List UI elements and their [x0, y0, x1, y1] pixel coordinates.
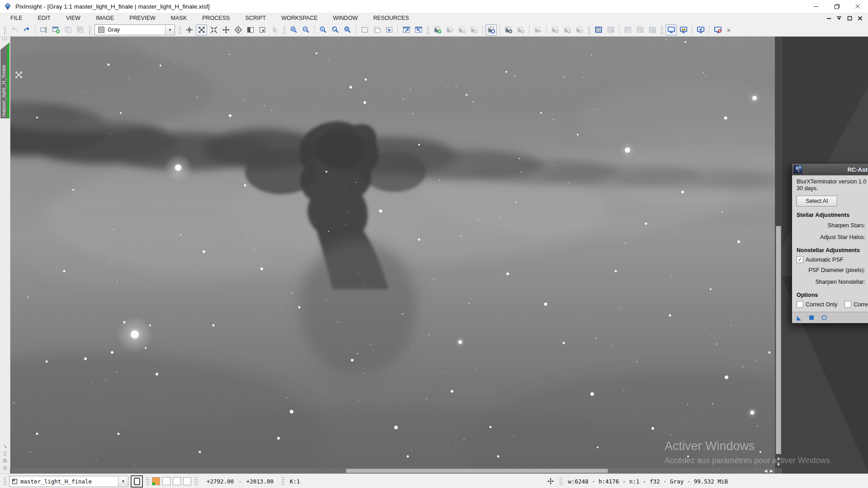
view-selector[interactable]: master_light_H_finale ▼ [9, 476, 128, 487]
zoom-in-button[interactable] [288, 24, 299, 36]
mdi-close-button[interactable] [856, 14, 863, 22]
toolbar-drag-handle[interactable] [3, 25, 6, 34]
frame-select-icon[interactable]: ▯ [4, 450, 7, 456]
mdi-restore-button[interactable] [846, 14, 853, 22]
invert-mask-button[interactable] [634, 24, 646, 36]
status-drag-handle[interactable] [559, 476, 562, 486]
color-depth-24-button[interactable]: 24 [678, 24, 689, 36]
readout-crosshair-icon[interactable] [547, 478, 554, 485]
pan-mode-button[interactable] [196, 24, 207, 36]
clone-image-button[interactable] [456, 24, 467, 36]
refresh-image-button[interactable] [561, 24, 573, 36]
menu-item-view[interactable]: VIEW [58, 13, 88, 23]
import-image-button[interactable] [503, 24, 514, 36]
window-restore-button[interactable] [826, 0, 847, 13]
workspace-swatch-1[interactable] [152, 477, 160, 485]
status-drag-handle[interactable] [146, 476, 149, 486]
status-drag-handle[interactable] [3, 476, 6, 486]
preview-from-selection-button[interactable] [383, 24, 395, 36]
scroll-right-arrow-icon[interactable]: ▶ [770, 469, 773, 473]
scroll-left-arrow-icon[interactable]: ◀ [764, 469, 767, 473]
add-image-button[interactable] [468, 24, 480, 36]
window-close-button[interactable] [847, 0, 868, 13]
send-to-back-icon[interactable]: ↘ [3, 443, 7, 449]
redo-button[interactable] [21, 24, 32, 36]
vertical-scrollbar[interactable]: ▲ ▼ [775, 36, 782, 468]
edit-image-button[interactable] [444, 24, 455, 36]
paste-image-button[interactable] [75, 24, 86, 36]
menu-item-image[interactable]: IMAGE [88, 13, 122, 23]
automatic-psf-checkbox[interactable]: ✓ [797, 256, 803, 263]
new-preview-button[interactable] [359, 24, 370, 36]
fit-window-button[interactable] [413, 24, 424, 36]
menu-item-script[interactable]: SCRIPT [237, 13, 274, 23]
mdi-shade-button[interactable] [835, 14, 843, 22]
readout-mode-button[interactable] [184, 24, 195, 36]
cascade-windows-icon[interactable]: ⧉ [3, 458, 7, 464]
correct-only-checkbox[interactable] [797, 301, 803, 308]
undo-button[interactable] [9, 24, 20, 36]
apply-stf-to-monitor-button[interactable] [695, 24, 706, 36]
status-drag-handle[interactable] [281, 476, 284, 486]
save-image-as-button[interactable] [50, 24, 61, 36]
revert-image-button[interactable] [532, 24, 543, 36]
dialog-title-bar[interactable]: R C RC-Astro [792, 164, 868, 175]
navigator-button[interactable] [232, 24, 244, 36]
remove-mask-button[interactable] [605, 24, 616, 36]
workspace-swatch-4[interactable] [183, 477, 191, 485]
toolbar-drag-handle[interactable] [283, 25, 286, 34]
export-image-button[interactable] [515, 24, 526, 36]
image-canvas[interactable] [10, 36, 775, 468]
tab-strip-handle[interactable] [2, 37, 7, 41]
workspace-swatch-2[interactable] [162, 477, 170, 485]
window-minimize-button[interactable] [806, 0, 826, 13]
status-drag-handle[interactable] [194, 476, 198, 486]
reset-monitor-button[interactable] [712, 24, 723, 36]
menu-item-workspace[interactable]: WORKSPACE [274, 13, 325, 23]
menu-item-mask[interactable]: MASK [163, 13, 194, 23]
toolbar-drag-handle[interactable] [660, 25, 663, 34]
workspace-swatch-3[interactable] [173, 477, 181, 485]
zoom-1-1-button[interactable] [317, 24, 329, 36]
selection-mode-button[interactable] [269, 24, 280, 36]
toolbar-drag-handle[interactable] [426, 25, 429, 34]
scroll-up-arrow-icon[interactable]: ▲ [777, 455, 781, 461]
edit-mask-button[interactable] [646, 24, 658, 36]
correct-first-checkbox[interactable] [844, 301, 851, 308]
horizontal-scrollbar-thumb[interactable] [346, 469, 608, 473]
menu-item-edit[interactable]: EDIT [30, 13, 58, 23]
fit-view-button[interactable] [342, 24, 353, 36]
screen-monitor-button[interactable] [665, 24, 677, 36]
new-image-button[interactable] [432, 24, 443, 36]
zoom-in-mode-button[interactable] [208, 24, 219, 36]
toolbar-drag-handle[interactable] [587, 25, 590, 34]
channel-selector-dropdown-arrow[interactable]: ▼ [165, 25, 175, 34]
thumbnail-toggle-button[interactable] [131, 475, 143, 488]
new-instance-icon[interactable] [796, 314, 802, 321]
menu-item-process[interactable]: PROCESS [194, 13, 237, 23]
zoom-out-button[interactable] [300, 24, 311, 36]
show-mask-button[interactable] [593, 24, 604, 36]
center-view-button[interactable] [220, 24, 231, 36]
channel-selector[interactable]: Gray▼ [94, 24, 175, 35]
enable-mask-button[interactable] [622, 24, 633, 36]
real-time-preview-icon[interactable] [821, 314, 827, 321]
toolbar-drag-handle[interactable] [178, 25, 181, 34]
menu-item-file[interactable]: FILE [3, 13, 30, 23]
screen-transfer-function-button[interactable] [486, 24, 497, 36]
image-view-tab[interactable]: master_light_H_finale [0, 42, 9, 118]
scroll-down-arrow-icon[interactable]: ▼ [777, 462, 781, 467]
view-selector-dropdown-arrow[interactable]: ▼ [118, 477, 128, 486]
menu-item-window[interactable]: WINDOW [326, 13, 366, 23]
toolbar-overflow-chevrons[interactable]: » [727, 26, 731, 33]
select-ai-button[interactable]: Select AI [797, 196, 837, 206]
zoom-to-fit-button[interactable] [330, 24, 341, 36]
vertical-scrollbar-thumb[interactable] [776, 226, 781, 454]
duplicate-preview-button[interactable] [371, 24, 382, 36]
image-identifier-button[interactable] [38, 24, 49, 36]
mdi-minimize-button[interactable] [825, 14, 832, 22]
invert-display-button[interactable] [245, 24, 256, 36]
screen-rendering-button[interactable] [257, 24, 268, 36]
toolbar-drag-handle[interactable] [88, 25, 91, 34]
image-settings-button[interactable] [549, 24, 561, 36]
